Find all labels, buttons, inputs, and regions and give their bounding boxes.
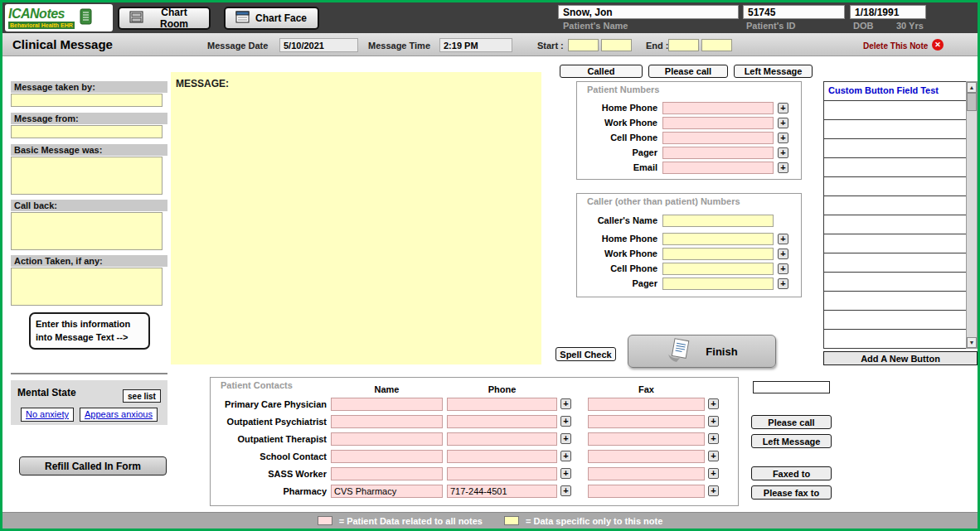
add-pharmacy-phone-button[interactable]: + [560,485,571,496]
add-therapist-phone-button[interactable]: + [560,433,571,444]
custom-button-11[interactable] [823,272,967,292]
spell-check-button[interactable]: Spell Check [555,347,616,361]
call-back-textarea[interactable] [11,212,163,250]
action-taken-textarea[interactable] [11,268,163,306]
custom-button-4[interactable] [823,138,967,158]
add-pcp-phone-button[interactable]: + [560,398,571,409]
no-anxiety-link[interactable]: No anxiety [21,408,74,422]
patient-home-phone-input[interactable] [662,102,774,114]
faxed-to-button[interactable]: Faxed to [751,466,832,480]
called-button[interactable]: Called [560,65,643,78]
please-call-button[interactable]: Please call [648,65,728,78]
custom-button-1[interactable]: Custom Button Field Test [823,81,967,101]
add-cell-phone-button[interactable]: + [778,133,788,143]
custom-button-12[interactable] [823,291,967,311]
pcp-fax-input[interactable] [588,398,705,411]
patient-cell-phone-input[interactable] [662,132,774,144]
pcp-phone-input[interactable] [447,398,557,411]
school-fax-input[interactable] [588,450,705,463]
sass-name-input[interactable] [331,467,443,480]
add-home-phone-button[interactable]: + [778,103,788,113]
finish-button[interactable]: Finish [628,335,776,368]
add-school-fax-button[interactable]: + [708,451,719,461]
side-please-call-button[interactable]: Please call [751,415,832,429]
sass-fax-input[interactable] [588,467,705,480]
basic-message-textarea[interactable] [11,157,163,195]
therapist-name-input[interactable] [331,432,443,446]
custom-button-8[interactable] [823,215,967,234]
message-from-input[interactable] [11,125,163,138]
custom-button-9[interactable] [823,234,967,253]
custom-button-6[interactable] [823,176,967,196]
psychiatrist-name-input[interactable] [331,415,443,428]
caller-home-phone-input[interactable] [662,233,774,245]
caller-name-row: Caller's Name [577,215,801,228]
chart-face-button[interactable]: Chart Face [224,7,319,30]
pharmacy-fax-input[interactable] [588,485,705,498]
add-sass-fax-button[interactable]: + [708,468,719,479]
end-time-input-1[interactable] [668,39,699,51]
pharmacy-name-input[interactable] [331,485,443,498]
custom-button-10[interactable] [823,253,967,273]
add-caller-cell-phone-button[interactable]: + [778,263,788,274]
add-psychiatrist-phone-button[interactable]: + [560,416,571,427]
please-fax-to-button[interactable]: Please fax to [751,485,832,500]
enter-into-message-button[interactable]: Enter this information into Message Text… [29,312,150,350]
custom-button-7[interactable] [823,196,967,215]
add-new-button[interactable]: Add A New Button [823,351,978,365]
add-sass-phone-button[interactable]: + [560,468,571,479]
add-caller-work-phone-button[interactable]: + [778,249,788,259]
psychiatrist-fax-input[interactable] [588,415,705,428]
add-psychiatrist-fax-button[interactable]: + [708,416,719,427]
refill-called-in-form-button[interactable]: Refill Called In Form [19,456,167,475]
add-pcp-fax-button[interactable]: + [708,398,719,409]
patient-work-phone-input[interactable] [662,117,774,129]
pharmacy-phone-input[interactable] [447,485,557,498]
therapist-fax-input[interactable] [588,432,705,446]
therapist-phone-input[interactable] [447,432,557,446]
custom-buttons-scrollbar[interactable]: ▲ ▼ [966,81,978,349]
scrollbar-thumb[interactable] [967,93,977,111]
add-caller-home-phone-button[interactable]: + [778,234,788,244]
scroll-up-button[interactable]: ▲ [967,82,977,93]
school-name-input[interactable] [331,450,443,463]
caller-name-input[interactable] [662,215,774,227]
pcp-name-input[interactable] [331,398,443,411]
delete-note-link[interactable]: Delete This Note [863,41,928,51]
side-left-message-button[interactable]: Left Message [751,434,832,448]
add-school-phone-button[interactable]: + [560,451,571,461]
custom-button-2[interactable] [823,100,967,120]
custom-button-3[interactable] [823,119,967,139]
start-time-input-2[interactable] [601,39,632,51]
add-work-phone-button[interactable]: + [778,118,788,128]
sass-phone-input[interactable] [447,467,557,480]
left-message-button[interactable]: Left Message [734,65,813,78]
caller-cell-phone-input[interactable] [662,263,774,275]
chart-room-button[interactable]: Chart Room [118,7,211,30]
side-note-input[interactable] [753,381,830,393]
message-text-area[interactable]: MESSAGE: [171,72,541,364]
add-pager-button[interactable]: + [778,147,788,158]
patient-pager-input[interactable] [662,147,774,159]
end-time-input-2[interactable] [701,39,732,51]
message-time-input[interactable] [439,38,512,52]
message-date-input[interactable] [279,38,358,52]
psychiatrist-phone-input[interactable] [447,415,557,428]
custom-button-13[interactable] [823,310,967,330]
add-email-button[interactable]: + [778,162,788,173]
add-pharmacy-fax-button[interactable]: + [708,485,719,496]
school-phone-input[interactable] [447,450,557,463]
start-time-input-1[interactable] [568,39,599,51]
custom-button-5[interactable] [823,157,967,177]
message-taken-by-input[interactable] [11,94,163,107]
add-caller-pager-button[interactable]: + [778,278,788,289]
custom-button-14[interactable] [823,329,967,349]
delete-note-icon[interactable]: ✕ [932,39,944,51]
scroll-down-button[interactable]: ▼ [967,337,977,348]
see-list-button[interactable]: see list [123,389,161,403]
caller-work-phone-input[interactable] [662,248,774,260]
patient-email-input[interactable] [662,162,774,174]
add-therapist-fax-button[interactable]: + [708,433,719,444]
appears-anxious-link[interactable]: Appears anxious [80,408,158,422]
caller-pager-input[interactable] [662,278,774,290]
